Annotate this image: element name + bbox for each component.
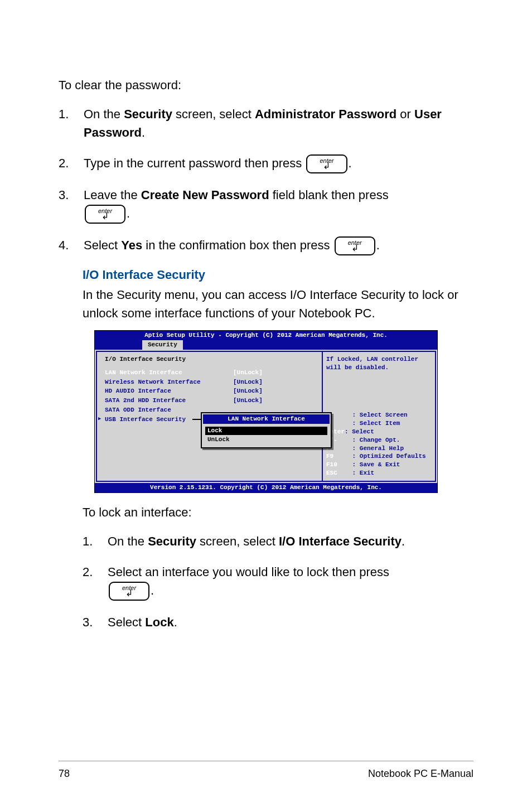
step-number: 1. — [59, 105, 84, 142]
step-content: On the Security screen, select I/O Inter… — [108, 532, 473, 550]
bios-key-hint: F9 : Optimized Defaults — [326, 452, 432, 461]
page-number: 78 — [59, 768, 70, 780]
popup-option: UnLock — [205, 436, 327, 444]
step-number: 1. — [83, 532, 108, 550]
step-number: 3. — [59, 186, 84, 224]
bios-footer: Version 2.15.1231. Copyright (C) 2012 Am… — [95, 483, 437, 492]
io-security-heading: I/O Interface Security — [83, 268, 473, 282]
bios-panel-heading: I/O Interface Security — [105, 355, 317, 364]
bios-key-hint: F10 : Save & Exit — [326, 461, 432, 469]
manual-label: Notebook PC E-Manual — [368, 768, 473, 780]
bios-help-text: If Locked, LAN controller will be disabl… — [326, 355, 432, 372]
bios-popup-title: LAN Network Interface — [203, 414, 330, 424]
step-number: 2. — [59, 154, 84, 173]
enter-key-icon: enter↲ — [109, 582, 149, 601]
bios-key-hint: ESC : Exit — [326, 469, 432, 477]
bios-key-hint: Enter: Select — [326, 428, 432, 436]
step-number: 2. — [83, 563, 108, 601]
enter-key-icon: enter↲ — [306, 154, 347, 173]
clear-password-intro: To clear the password: — [59, 78, 473, 93]
bios-popup: LAN Network Interface LockUnLock — [201, 412, 332, 449]
bios-left-panel: I/O Interface Security LAN Network Inter… — [96, 351, 322, 482]
bios-setting-row: Wireless Network Interface[UnLock] — [105, 378, 317, 387]
step-content: Type in the current password then press … — [84, 154, 473, 173]
step-content: Select an interface you would like to lo… — [108, 563, 473, 601]
bios-key-hint: F1 : General Help — [326, 445, 432, 453]
bios-tabs: Security — [95, 340, 437, 350]
bios-key-hint: →← : Select Screen — [326, 411, 432, 419]
bios-tab-security: Security — [142, 340, 183, 350]
io-security-body: In the Security menu, you can access I/O… — [83, 286, 473, 322]
bios-key-hints: →← : Select Screen↑↓ : Select ItemEnter:… — [326, 411, 432, 477]
step-number: 4. — [59, 236, 84, 255]
step-content: On the Security screen, select Administr… — [84, 105, 473, 142]
enter-key-icon: enter↲ — [85, 205, 125, 224]
bios-key-hint: +/- : Change Opt. — [326, 436, 432, 445]
step-content: Leave the Create New Password field blan… — [84, 186, 473, 224]
enter-key-icon: enter↲ — [335, 236, 375, 255]
clear-password-steps: 1. On the Security screen, select Admini… — [59, 105, 473, 255]
step-content: Select Lock. — [108, 613, 473, 631]
bios-setting-row: LAN Network Interface[UnLock] — [105, 368, 317, 378]
step-number: 3. — [83, 613, 108, 631]
bios-key-hint: ↑↓ : Select Item — [326, 419, 432, 428]
bios-setting-row: SATA 2nd HDD Interface[UnLock] — [105, 396, 317, 405]
bios-screenshot: Aptio Setup Utility - Copyright (C) 2012… — [94, 330, 438, 493]
popup-option: Lock — [205, 427, 327, 435]
lock-interface-intro: To lock an interface: — [83, 505, 473, 520]
bios-setting-row: HD AUDIO Interface[UnLock] — [105, 386, 317, 396]
step-content: Select Yes in the confirmation box then … — [84, 236, 473, 255]
bios-title: Aptio Setup Utility - Copyright (C) 2012… — [95, 331, 437, 340]
page-footer: 78 Notebook PC E-Manual — [0, 761, 532, 780]
lock-interface-steps: 1. On the Security screen, select I/O In… — [83, 532, 473, 631]
bios-right-panel: If Locked, LAN controller will be disabl… — [322, 351, 436, 482]
